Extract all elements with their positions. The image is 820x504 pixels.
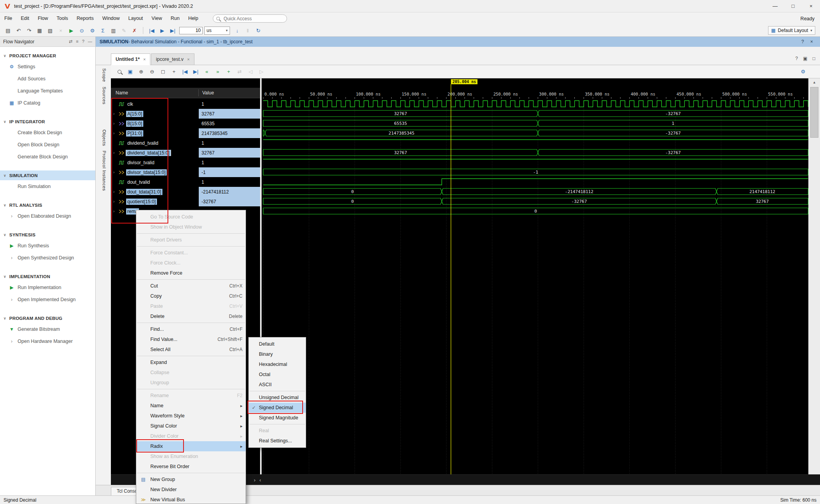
menu-item-radix[interactable]: Radix▸ — [136, 441, 246, 451]
signal-value-cell[interactable]: -1 — [199, 167, 260, 177]
next-transition-icon[interactable]: » — [213, 67, 223, 76]
prev-transition-icon[interactable]: « — [202, 67, 212, 76]
step-icon[interactable]: ↓ — [232, 26, 242, 35]
copy-icon[interactable]: ▦ — [35, 26, 45, 35]
help-icon[interactable]: ? — [795, 56, 798, 61]
flow-section-project-manager[interactable]: ∨PROJECT MANAGER — [0, 51, 95, 60]
signal-value-cell[interactable]: -32767 — [199, 197, 260, 206]
menu-item-select-all[interactable]: Select AllCtrl+A — [136, 344, 246, 355]
signal-name-cell[interactable]: dividend_tvalid — [111, 140, 199, 146]
go-to-start-icon[interactable]: |◀ — [180, 67, 190, 76]
column-divider[interactable] — [198, 89, 199, 96]
radix-option-real-settings[interactable]: Real Settings... — [249, 436, 306, 446]
menu-flow[interactable]: Flow — [34, 12, 52, 25]
radix-option-unsigned-decimal[interactable]: Unsigned Decimal — [249, 392, 306, 403]
flow-section-program-and-debug[interactable]: ∨PROGRAM AND DEBUG — [0, 313, 95, 323]
menu-file[interactable]: File — [0, 12, 16, 25]
close-pane-icon[interactable]: × — [810, 39, 813, 44]
run-icon[interactable]: ▶ — [66, 26, 76, 35]
save-wave-config-icon[interactable]: ▣ — [125, 67, 135, 76]
close-button[interactable]: × — [802, 0, 820, 12]
flow-item-ip-catalog[interactable]: ▦IP Catalog — [0, 97, 95, 109]
menu-help[interactable]: Help — [184, 12, 203, 25]
signal-value-cell[interactable]: 65535 — [199, 119, 260, 128]
signal-name-cell[interactable]: ›divisor_tdata[15:0] — [111, 169, 199, 176]
radix-option-signed-decimal[interactable]: ✓Signed Decimal — [249, 403, 306, 413]
menu-item-find[interactable]: Find...Ctrl+F — [136, 324, 246, 334]
signal-name-cell[interactable]: divisor_tvalid — [111, 160, 199, 166]
table-icon[interactable]: ▥ — [109, 26, 118, 35]
menu-item-signal-color[interactable]: Signal Color▸ — [136, 421, 246, 431]
flow-item-generate-block-design[interactable]: Generate Block Design — [0, 151, 95, 163]
menu-item-new-divider[interactable]: New Divider — [136, 484, 246, 495]
flow-item-settings[interactable]: ⚙Settings — [0, 60, 95, 73]
expander-icon[interactable]: › — [113, 151, 117, 155]
menu-window[interactable]: Window — [98, 12, 124, 25]
radix-option-binary[interactable]: Binary — [249, 349, 306, 359]
menu-item-cut[interactable]: CutCtrl+X — [136, 281, 246, 291]
menu-item-name[interactable]: Name▸ — [136, 401, 246, 411]
go-to-end-icon[interactable]: ▶| — [191, 67, 201, 76]
expander-icon[interactable]: › — [113, 209, 117, 213]
signal-value-cell[interactable]: 1 — [199, 177, 260, 187]
flow-item-open-block-design[interactable]: Open Block Design — [0, 138, 95, 151]
relaunch-icon[interactable]: ↻ — [253, 26, 263, 35]
vertical-scrollbar[interactable]: ▲ — [808, 78, 820, 474]
scrollbar-thumb[interactable] — [810, 87, 818, 138]
side-tab-scope[interactable]: Scope — [100, 68, 107, 82]
find-icon[interactable] — [114, 67, 124, 76]
radix-option-octal[interactable]: Octal — [249, 369, 306, 380]
flow-section-implementation[interactable]: ∨IMPLEMENTATION — [0, 272, 95, 281]
maximize-button[interactable]: □ — [784, 0, 802, 12]
side-tab-objects[interactable]: Objects — [100, 130, 107, 146]
radix-option-default[interactable]: Default — [249, 339, 306, 349]
scroll-left-icon[interactable]: ‹ — [259, 477, 261, 483]
signal-value-cell[interactable]: 32767 — [199, 148, 260, 158]
expander-icon[interactable]: › — [113, 170, 117, 174]
flow-nav-minimize-icon[interactable]: — — [88, 39, 92, 44]
flow-nav-toggle-icon[interactable]: ⇄ — [69, 39, 72, 44]
zoom-in-icon[interactable]: ⊕ — [136, 67, 146, 76]
run-for-time-icon[interactable]: ▶| — [168, 26, 178, 35]
flow-nav-help-icon[interactable]: ? — [82, 39, 84, 44]
zoom-to-cursor-icon[interactable]: + — [169, 67, 179, 76]
signal-name-cell[interactable]: clk — [111, 101, 199, 107]
menu-item-find-value[interactable]: Find Value...Ctrl+Shift+F — [136, 334, 246, 344]
signal-value-cell[interactable]: 2147385345 — [199, 128, 260, 138]
dashboard-icon[interactable]: ⊙ — [77, 26, 87, 35]
expander-icon[interactable]: › — [113, 121, 117, 126]
tab-ipcore-test-v[interactable]: ipcore_test.v× — [151, 53, 194, 65]
paste-icon[interactable]: ▧ — [45, 26, 55, 35]
waveform-canvas[interactable]: 0.000 ns50.000 ns100.000 ns150.000 ns200… — [262, 78, 808, 474]
signal-value-cell[interactable]: 1 — [199, 158, 260, 167]
menu-reports[interactable]: Reports — [72, 12, 98, 25]
signal-name-cell[interactable]: ›dout_tdata[31:0] — [111, 189, 199, 195]
maximize-icon[interactable]: □ — [813, 56, 815, 61]
signal-name-cell[interactable]: ›quotient[15:0] — [111, 199, 199, 205]
flow-section-simulation[interactable]: ∨SIMULATION — [0, 170, 95, 180]
menu-item-waveform-style[interactable]: Waveform Style▸ — [136, 411, 246, 421]
menu-edit[interactable]: Edit — [16, 12, 34, 25]
radix-option-ascii[interactable]: ASCII — [249, 380, 306, 390]
expander-icon[interactable]: › — [113, 112, 117, 116]
flow-item-create-block-design[interactable]: Create Block Design — [0, 126, 95, 138]
signal-name-cell[interactable]: ›B[15:0] — [111, 121, 199, 127]
float-icon[interactable]: ▣ — [803, 56, 807, 61]
menu-run[interactable]: Run — [166, 12, 184, 25]
flow-item-run-simulation[interactable]: Run Simulation — [0, 180, 95, 192]
side-tab-protocol-instances[interactable]: Protocol Instances — [100, 151, 107, 191]
close-icon[interactable]: × — [187, 57, 189, 62]
menu-item-new-group[interactable]: ▤New Group — [136, 474, 246, 484]
wave-settings-icon[interactable]: ⚙ — [798, 67, 808, 76]
report-sigma-icon[interactable]: Σ — [98, 26, 108, 35]
tab-untitled-1[interactable]: Untitled 1*× — [111, 53, 150, 65]
menu-tools[interactable]: Tools — [52, 12, 72, 25]
scroll-up-icon[interactable]: ▲ — [809, 78, 820, 84]
signal-name-cell[interactable]: dout_tvalid — [111, 179, 199, 185]
minimize-button[interactable]: — — [766, 0, 784, 12]
side-tab-sources[interactable]: Sources — [100, 87, 107, 105]
redo-icon[interactable]: ↷ — [24, 26, 34, 35]
menu-item-remove-force[interactable]: Remove Force — [136, 268, 246, 278]
signal-name-cell[interactable]: ›dividend_tdata[15:0] — [111, 150, 199, 156]
menu-view[interactable]: View — [147, 12, 166, 25]
